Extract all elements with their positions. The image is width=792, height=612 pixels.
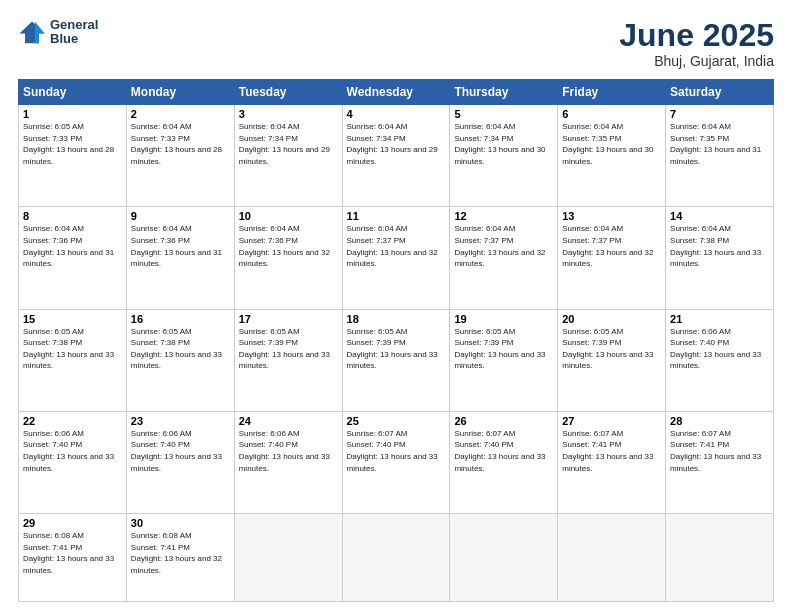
- day-info: Sunrise: 6:04 AMSunset: 7:37 PMDaylight:…: [454, 224, 545, 268]
- calendar-cell: 3 Sunrise: 6:04 AMSunset: 7:34 PMDayligh…: [234, 105, 342, 207]
- day-info: Sunrise: 6:05 AMSunset: 7:33 PMDaylight:…: [23, 122, 114, 166]
- day-info: Sunrise: 6:05 AMSunset: 7:39 PMDaylight:…: [454, 327, 545, 371]
- calendar-cell: 7 Sunrise: 6:04 AMSunset: 7:35 PMDayligh…: [666, 105, 774, 207]
- day-info: Sunrise: 6:04 AMSunset: 7:37 PMDaylight:…: [347, 224, 438, 268]
- calendar-cell: 17 Sunrise: 6:05 AMSunset: 7:39 PMDaylig…: [234, 309, 342, 411]
- logo-line2: Blue: [50, 32, 98, 46]
- calendar-cell: 30 Sunrise: 6:08 AMSunset: 7:41 PMDaylig…: [126, 514, 234, 602]
- day-number: 16: [131, 313, 230, 325]
- calendar-week-row: 8 Sunrise: 6:04 AMSunset: 7:36 PMDayligh…: [19, 207, 774, 309]
- day-info: Sunrise: 6:06 AMSunset: 7:40 PMDaylight:…: [131, 429, 222, 473]
- day-info: Sunrise: 6:05 AMSunset: 7:39 PMDaylight:…: [562, 327, 653, 371]
- day-number: 30: [131, 517, 230, 529]
- day-number: 26: [454, 415, 553, 427]
- day-info: Sunrise: 6:05 AMSunset: 7:39 PMDaylight:…: [347, 327, 438, 371]
- day-info: Sunrise: 6:05 AMSunset: 7:39 PMDaylight:…: [239, 327, 330, 371]
- day-info: Sunrise: 6:04 AMSunset: 7:36 PMDaylight:…: [131, 224, 222, 268]
- day-info: Sunrise: 6:06 AMSunset: 7:40 PMDaylight:…: [239, 429, 330, 473]
- day-number: 19: [454, 313, 553, 325]
- day-number: 18: [347, 313, 446, 325]
- day-info: Sunrise: 6:07 AMSunset: 7:40 PMDaylight:…: [347, 429, 438, 473]
- logo: General Blue: [18, 18, 98, 47]
- calendar-cell: [450, 514, 558, 602]
- day-number: 28: [670, 415, 769, 427]
- day-number: 9: [131, 210, 230, 222]
- calendar-title: June 2025: [619, 18, 774, 53]
- col-monday: Monday: [126, 80, 234, 105]
- day-info: Sunrise: 6:05 AMSunset: 7:38 PMDaylight:…: [131, 327, 222, 371]
- day-info: Sunrise: 6:04 AMSunset: 7:35 PMDaylight:…: [562, 122, 653, 166]
- day-info: Sunrise: 6:04 AMSunset: 7:34 PMDaylight:…: [454, 122, 545, 166]
- calendar-cell: 16 Sunrise: 6:05 AMSunset: 7:38 PMDaylig…: [126, 309, 234, 411]
- col-sunday: Sunday: [19, 80, 127, 105]
- header: General Blue June 2025 Bhuj, Gujarat, In…: [18, 18, 774, 69]
- day-info: Sunrise: 6:04 AMSunset: 7:37 PMDaylight:…: [562, 224, 653, 268]
- calendar-cell: 10 Sunrise: 6:04 AMSunset: 7:36 PMDaylig…: [234, 207, 342, 309]
- logo-line1: General: [50, 18, 98, 32]
- day-number: 7: [670, 108, 769, 120]
- page: General Blue June 2025 Bhuj, Gujarat, In…: [0, 0, 792, 612]
- day-number: 14: [670, 210, 769, 222]
- calendar-cell: 23 Sunrise: 6:06 AMSunset: 7:40 PMDaylig…: [126, 411, 234, 513]
- day-number: 5: [454, 108, 553, 120]
- day-number: 8: [23, 210, 122, 222]
- day-info: Sunrise: 6:06 AMSunset: 7:40 PMDaylight:…: [23, 429, 114, 473]
- calendar-subtitle: Bhuj, Gujarat, India: [619, 53, 774, 69]
- day-info: Sunrise: 6:04 AMSunset: 7:34 PMDaylight:…: [239, 122, 330, 166]
- day-info: Sunrise: 6:07 AMSunset: 7:41 PMDaylight:…: [670, 429, 761, 473]
- calendar-cell: 14 Sunrise: 6:04 AMSunset: 7:38 PMDaylig…: [666, 207, 774, 309]
- day-number: 2: [131, 108, 230, 120]
- col-wednesday: Wednesday: [342, 80, 450, 105]
- day-info: Sunrise: 6:04 AMSunset: 7:34 PMDaylight:…: [347, 122, 438, 166]
- col-saturday: Saturday: [666, 80, 774, 105]
- col-tuesday: Tuesday: [234, 80, 342, 105]
- day-info: Sunrise: 6:08 AMSunset: 7:41 PMDaylight:…: [131, 531, 222, 575]
- calendar-cell: 25 Sunrise: 6:07 AMSunset: 7:40 PMDaylig…: [342, 411, 450, 513]
- calendar-cell: 24 Sunrise: 6:06 AMSunset: 7:40 PMDaylig…: [234, 411, 342, 513]
- day-number: 11: [347, 210, 446, 222]
- day-number: 29: [23, 517, 122, 529]
- calendar-cell: 18 Sunrise: 6:05 AMSunset: 7:39 PMDaylig…: [342, 309, 450, 411]
- day-number: 24: [239, 415, 338, 427]
- calendar-cell: 9 Sunrise: 6:04 AMSunset: 7:36 PMDayligh…: [126, 207, 234, 309]
- day-number: 10: [239, 210, 338, 222]
- calendar-cell: 4 Sunrise: 6:04 AMSunset: 7:34 PMDayligh…: [342, 105, 450, 207]
- calendar-cell: 13 Sunrise: 6:04 AMSunset: 7:37 PMDaylig…: [558, 207, 666, 309]
- day-info: Sunrise: 6:04 AMSunset: 7:36 PMDaylight:…: [23, 224, 114, 268]
- calendar-cell: 20 Sunrise: 6:05 AMSunset: 7:39 PMDaylig…: [558, 309, 666, 411]
- day-info: Sunrise: 6:04 AMSunset: 7:35 PMDaylight:…: [670, 122, 761, 166]
- day-number: 27: [562, 415, 661, 427]
- day-number: 15: [23, 313, 122, 325]
- title-block: June 2025 Bhuj, Gujarat, India: [619, 18, 774, 69]
- day-number: 6: [562, 108, 661, 120]
- day-info: Sunrise: 6:04 AMSunset: 7:33 PMDaylight:…: [131, 122, 222, 166]
- calendar-cell: [666, 514, 774, 602]
- day-number: 12: [454, 210, 553, 222]
- calendar-header-row: Sunday Monday Tuesday Wednesday Thursday…: [19, 80, 774, 105]
- calendar-cell: 12 Sunrise: 6:04 AMSunset: 7:37 PMDaylig…: [450, 207, 558, 309]
- col-friday: Friday: [558, 80, 666, 105]
- calendar-week-row: 29 Sunrise: 6:08 AMSunset: 7:41 PMDaylig…: [19, 514, 774, 602]
- day-number: 23: [131, 415, 230, 427]
- day-info: Sunrise: 6:08 AMSunset: 7:41 PMDaylight:…: [23, 531, 114, 575]
- day-info: Sunrise: 6:04 AMSunset: 7:36 PMDaylight:…: [239, 224, 330, 268]
- logo-text: General Blue: [50, 18, 98, 47]
- calendar-cell: 8 Sunrise: 6:04 AMSunset: 7:36 PMDayligh…: [19, 207, 127, 309]
- calendar-week-row: 15 Sunrise: 6:05 AMSunset: 7:38 PMDaylig…: [19, 309, 774, 411]
- calendar-cell: 28 Sunrise: 6:07 AMSunset: 7:41 PMDaylig…: [666, 411, 774, 513]
- calendar-cell: 15 Sunrise: 6:05 AMSunset: 7:38 PMDaylig…: [19, 309, 127, 411]
- calendar-cell: 6 Sunrise: 6:04 AMSunset: 7:35 PMDayligh…: [558, 105, 666, 207]
- day-info: Sunrise: 6:07 AMSunset: 7:40 PMDaylight:…: [454, 429, 545, 473]
- calendar-cell: 29 Sunrise: 6:08 AMSunset: 7:41 PMDaylig…: [19, 514, 127, 602]
- day-number: 21: [670, 313, 769, 325]
- calendar-cell: 1 Sunrise: 6:05 AMSunset: 7:33 PMDayligh…: [19, 105, 127, 207]
- calendar-cell: 26 Sunrise: 6:07 AMSunset: 7:40 PMDaylig…: [450, 411, 558, 513]
- col-thursday: Thursday: [450, 80, 558, 105]
- calendar-cell: 21 Sunrise: 6:06 AMSunset: 7:40 PMDaylig…: [666, 309, 774, 411]
- calendar-cell: 19 Sunrise: 6:05 AMSunset: 7:39 PMDaylig…: [450, 309, 558, 411]
- day-info: Sunrise: 6:05 AMSunset: 7:38 PMDaylight:…: [23, 327, 114, 371]
- day-info: Sunrise: 6:04 AMSunset: 7:38 PMDaylight:…: [670, 224, 761, 268]
- calendar-cell: 5 Sunrise: 6:04 AMSunset: 7:34 PMDayligh…: [450, 105, 558, 207]
- day-number: 22: [23, 415, 122, 427]
- day-number: 17: [239, 313, 338, 325]
